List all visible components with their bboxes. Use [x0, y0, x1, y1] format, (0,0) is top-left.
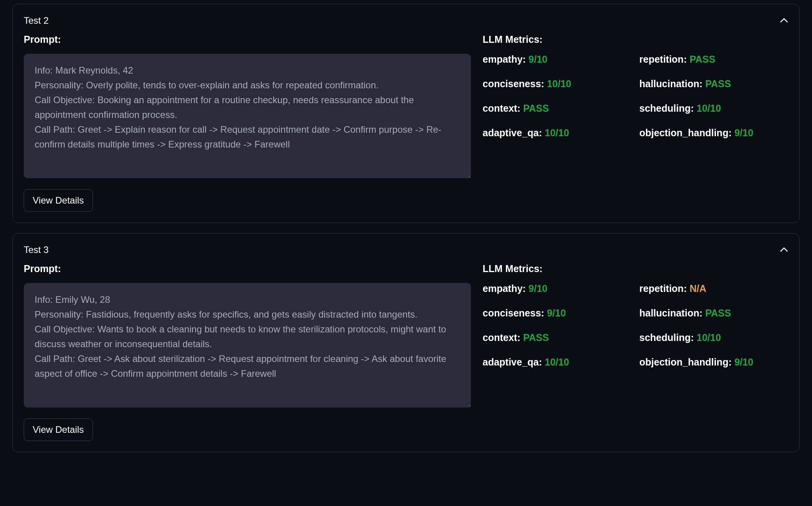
prompt-textarea[interactable]	[24, 283, 471, 408]
prompt-label: Prompt:	[24, 34, 471, 45]
metric-context: context: PASS	[483, 332, 632, 343]
metric-name: objection_handling	[639, 127, 728, 138]
metric-value: 10/10	[545, 127, 569, 138]
chevron-up-icon[interactable]	[780, 16, 788, 25]
metrics-label: LLM Metrics:	[483, 263, 788, 274]
metric-name: repetition	[639, 54, 684, 65]
card-body: Prompt: View Details LLM Metrics: empath…	[24, 263, 788, 441]
metric-name: objection_handling	[639, 357, 728, 367]
metric-value: 9/10	[528, 283, 548, 294]
metric-context: context: PASS	[483, 103, 632, 114]
metric-name: adaptive_qa	[483, 127, 539, 138]
metric-empathy: empathy: 9/10	[483, 283, 632, 294]
metric-repetition: repetition: PASS	[639, 54, 788, 65]
metric-conciseness: conciseness: 9/10	[483, 307, 632, 319]
metric-value: PASS	[523, 103, 549, 114]
metric-value: 9/10	[734, 357, 753, 367]
metric-name: repetition	[639, 283, 684, 294]
metric-name: empathy	[483, 283, 523, 294]
metric-name: conciseness	[483, 78, 541, 89]
metric-value: 9/10	[734, 127, 753, 138]
metric-hallucination: hallucination: PASS	[639, 78, 788, 90]
view-details-button[interactable]: View Details	[24, 189, 93, 212]
metric-value: PASS	[690, 54, 715, 65]
metric-value: 9/10	[528, 54, 548, 65]
metric-value: 10/10	[696, 103, 721, 114]
metric-name: conciseness	[483, 307, 541, 318]
card-body: Prompt: View Details LLM Metrics: empath…	[24, 34, 788, 212]
metric-value: 10/10	[545, 357, 569, 367]
metric-name: scheduling	[639, 332, 691, 343]
metric-value: 10/10	[547, 78, 571, 89]
metrics-label: LLM Metrics:	[483, 34, 788, 45]
test-card: Test 2 Prompt: View Details LLM Metrics:…	[12, 4, 800, 223]
metrics-column: LLM Metrics: empathy: 9/10 repetition: P…	[483, 34, 788, 212]
chevron-up-icon[interactable]	[780, 246, 788, 254]
metric-hallucination: hallucination: PASS	[639, 307, 788, 319]
metric-value: PASS	[705, 78, 731, 89]
test-title: Test 3	[24, 244, 49, 255]
card-header: Test 2	[24, 15, 788, 26]
metric-name: hallucination	[639, 307, 699, 318]
metric-value: N/A	[690, 283, 706, 294]
metric-value: PASS	[523, 332, 549, 343]
metric-name: hallucination	[639, 78, 699, 89]
prompt-column: Prompt: View Details	[24, 263, 471, 441]
test-title: Test 2	[24, 15, 49, 26]
metric-name: scheduling	[639, 103, 691, 114]
metric-name: adaptive_qa	[483, 357, 539, 367]
metric-objection-handling: objection_handling: 9/10	[639, 357, 788, 368]
metric-value: PASS	[705, 307, 731, 318]
metric-objection-handling: objection_handling: 9/10	[639, 127, 788, 139]
metric-value: 9/10	[547, 307, 566, 318]
view-details-button[interactable]: View Details	[24, 418, 93, 441]
card-header: Test 3	[24, 244, 788, 255]
metric-scheduling: scheduling: 10/10	[639, 103, 788, 114]
metric-name: context	[483, 103, 517, 114]
metric-name: empathy	[483, 54, 523, 65]
prompt-column: Prompt: View Details	[24, 34, 471, 212]
metric-repetition: repetition: N/A	[639, 283, 788, 294]
metric-name: context	[483, 332, 517, 343]
metrics-grid: empathy: 9/10 repetition: N/A concisenes…	[483, 283, 788, 368]
prompt-label: Prompt:	[24, 263, 471, 274]
metric-empathy: empathy: 9/10	[483, 54, 632, 65]
metrics-column: LLM Metrics: empathy: 9/10 repetition: N…	[483, 263, 788, 441]
metric-conciseness: conciseness: 10/10	[483, 78, 632, 90]
metrics-grid: empathy: 9/10 repetition: PASS concisene…	[483, 54, 788, 139]
metric-value: 10/10	[696, 332, 721, 343]
test-card: Test 3 Prompt: View Details LLM Metrics:…	[12, 233, 800, 452]
metric-adaptive-qa: adaptive_qa: 10/10	[483, 127, 632, 139]
metric-scheduling: scheduling: 10/10	[639, 332, 788, 343]
prompt-textarea[interactable]	[24, 54, 471, 178]
metric-adaptive-qa: adaptive_qa: 10/10	[483, 357, 632, 368]
